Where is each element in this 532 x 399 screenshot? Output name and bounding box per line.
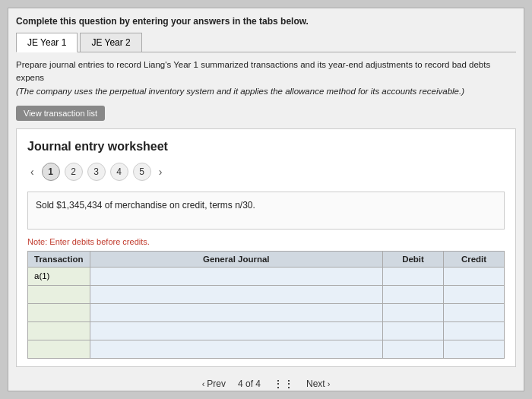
prev-button[interactable]: ‹ Prev (202, 378, 226, 389)
description-line2: (The company uses the perpetual inventor… (16, 87, 464, 96)
credit-input-3[interactable] (444, 303, 505, 321)
transaction-label-1: a(1) (28, 267, 90, 285)
page-bubble-5[interactable]: 5 (133, 163, 151, 181)
col-header-transaction: Transaction (28, 251, 90, 267)
table-row: a(1) (28, 267, 505, 285)
page-nav-row: ‹ 1 2 3 4 5 › (27, 163, 505, 181)
nav-left-arrow[interactable]: ‹ (27, 164, 37, 179)
next-label: Next (306, 378, 325, 389)
next-arrow-icon: › (328, 379, 331, 388)
tab-je-year-2[interactable]: JE Year 2 (80, 33, 141, 52)
col-header-debit: Debit (383, 251, 444, 267)
worksheet-title: Journal entry worksheet (27, 140, 505, 154)
prev-arrow-icon: ‹ (202, 379, 205, 388)
debit-input-5[interactable] (383, 340, 444, 358)
transaction-label-2 (28, 285, 90, 303)
next-button[interactable]: Next › (306, 378, 330, 389)
general-journal-input-1[interactable] (90, 267, 382, 285)
page-bubble-2[interactable]: 2 (65, 163, 83, 181)
table-row (28, 285, 505, 303)
instruction-text: Complete this question by entering your … (16, 16, 516, 27)
tab-je-year-1[interactable]: JE Year 1 (16, 33, 78, 52)
debit-input-3[interactable] (383, 303, 444, 321)
general-journal-input-2[interactable] (90, 285, 382, 303)
credit-input-5[interactable] (444, 340, 505, 358)
view-transaction-button[interactable]: View transaction list (16, 106, 105, 121)
worksheet-container: Journal entry worksheet ‹ 1 2 3 4 5 › So… (16, 128, 516, 367)
table-row (28, 340, 505, 358)
debit-input-1[interactable] (383, 267, 444, 285)
transaction-label-4 (28, 321, 90, 340)
credit-input-4[interactable] (444, 321, 505, 340)
debit-input-2[interactable] (383, 285, 444, 303)
transaction-label-5 (28, 340, 90, 358)
grid-icon[interactable]: ⋮⋮ (273, 378, 294, 390)
transaction-description: Sold $1,345,434 of merchandise on credit… (27, 192, 505, 230)
description-line1: Prepare journal entries to record Liang'… (16, 60, 490, 82)
journal-table: Transaction General Journal Debit Credit… (27, 251, 505, 359)
tabs-container: JE Year 1 JE Year 2 (16, 33, 516, 52)
transaction-label-3 (28, 303, 90, 321)
general-journal-input-3[interactable] (90, 303, 382, 321)
page-info: 4 of 4 (238, 378, 261, 389)
general-journal-input-4[interactable] (90, 321, 382, 340)
prev-label: Prev (207, 378, 226, 389)
credit-input-1[interactable] (444, 267, 505, 285)
page-bubble-3[interactable]: 3 (87, 163, 106, 181)
credit-input-2[interactable] (444, 285, 505, 303)
col-header-credit: Credit (444, 251, 505, 267)
debit-input-4[interactable] (383, 321, 444, 340)
nav-right-arrow[interactable]: › (156, 164, 166, 179)
note-text: Note: Enter debits before credits. (27, 237, 505, 246)
page-bubble-4[interactable]: 4 (110, 163, 128, 181)
col-header-general-journal: General Journal (90, 251, 382, 267)
bottom-nav: ‹ Prev 4 of 4 ⋮⋮ Next › (16, 378, 516, 390)
table-row (28, 321, 505, 340)
general-journal-input-5[interactable] (90, 340, 382, 358)
description-block: Prepare journal entries to record Liang'… (16, 59, 516, 98)
page-bubble-1[interactable]: 1 (42, 163, 60, 181)
table-row (28, 303, 505, 321)
